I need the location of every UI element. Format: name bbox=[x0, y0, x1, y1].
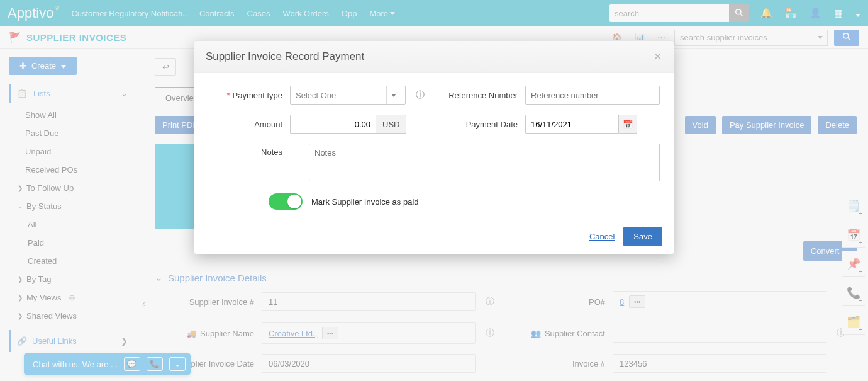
amount-input[interactable] bbox=[290, 115, 376, 134]
reference-number-input[interactable] bbox=[525, 86, 660, 105]
chevron-down-icon bbox=[386, 86, 400, 104]
cancel-button[interactable]: Cancel bbox=[589, 232, 615, 241]
label-notes: Notes bbox=[208, 144, 290, 157]
label-amount: Amount bbox=[208, 120, 290, 129]
modal-overlay: Supplier Invoice Record Payment ✕ *Payme… bbox=[0, 0, 868, 381]
calendar-icon[interactable]: 📅 bbox=[618, 115, 637, 134]
mark-paid-toggle[interactable] bbox=[269, 193, 303, 210]
mark-paid-label: Mark Supplier Invoice as paid bbox=[311, 197, 419, 207]
payment-type-select[interactable]: Select One bbox=[290, 86, 406, 105]
info-icon[interactable]: ⓘ bbox=[416, 89, 425, 101]
modal-footer: Cancel Save bbox=[194, 219, 674, 254]
payment-type-placeholder: Select One bbox=[296, 91, 336, 100]
notes-textarea[interactable] bbox=[309, 144, 660, 181]
modal-header: Supplier Invoice Record Payment ✕ bbox=[194, 41, 674, 73]
payment-date-input[interactable] bbox=[525, 115, 618, 134]
label-payment-date: Payment Date bbox=[443, 120, 525, 129]
save-button[interactable]: Save bbox=[623, 227, 662, 246]
label-payment-type: *Payment type bbox=[208, 91, 290, 100]
modal-title: Supplier Invoice Record Payment bbox=[206, 50, 364, 63]
currency-label: USD bbox=[376, 115, 406, 134]
modal-body: *Payment type Select One ⓘ Reference Num… bbox=[194, 73, 674, 219]
label-reference-number: Reference Number bbox=[443, 91, 525, 100]
modal-close-button[interactable]: ✕ bbox=[653, 50, 662, 64]
record-payment-modal: Supplier Invoice Record Payment ✕ *Payme… bbox=[194, 40, 674, 254]
